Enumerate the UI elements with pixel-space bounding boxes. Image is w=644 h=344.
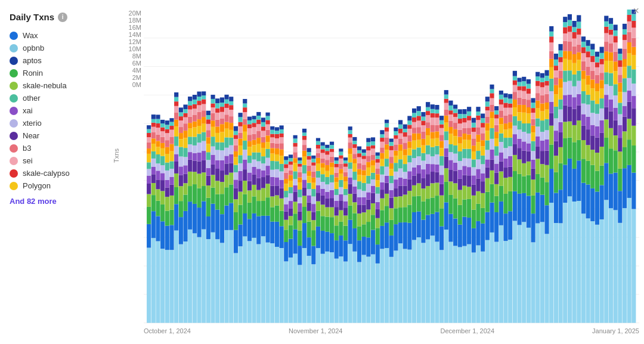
svg-rect-652 — [339, 159, 343, 164]
legend-item[interactable]: aptos — [10, 54, 120, 67]
svg-rect-335 — [243, 125, 247, 132]
svg-rect-196 — [202, 151, 206, 160]
svg-rect-1127 — [485, 150, 490, 159]
svg-rect-116 — [179, 244, 183, 323]
svg-rect-1308 — [540, 120, 544, 132]
svg-rect-715 — [357, 147, 361, 150]
legend-item[interactable]: Wax — [10, 29, 120, 42]
svg-rect-489 — [289, 158, 293, 162]
svg-rect-1017 — [453, 218, 457, 246]
y-axis-label: 2M — [132, 74, 141, 81]
svg-rect-910 — [417, 106, 421, 111]
svg-rect-699 — [352, 141, 357, 144]
svg-rect-723 — [362, 183, 366, 191]
svg-rect-1390 — [563, 17, 567, 22]
svg-rect-1566 — [618, 75, 622, 82]
svg-rect-1041 — [458, 130, 462, 137]
legend-item[interactable]: skale-nebula — [10, 79, 120, 92]
legend-item[interactable]: b3 — [10, 142, 120, 154]
svg-rect-1092 — [476, 221, 480, 246]
svg-rect-1196 — [508, 240, 512, 323]
svg-rect-1086 — [472, 138, 476, 145]
legend-item[interactable]: opbnb — [10, 42, 120, 54]
legend-dot — [10, 82, 18, 90]
svg-rect-1364 — [559, 147, 563, 163]
svg-rect-268 — [224, 187, 228, 205]
legend-label: Wax — [23, 31, 38, 40]
svg-rect-267 — [224, 206, 228, 230]
svg-rect-1255 — [522, 77, 526, 81]
svg-rect-1613 — [631, 21, 636, 28]
svg-rect-1012 — [448, 114, 453, 120]
svg-rect-867 — [407, 223, 411, 250]
legend-item[interactable]: xai — [10, 104, 120, 117]
svg-rect-1414 — [572, 63, 577, 75]
svg-rect-72 — [165, 226, 169, 250]
svg-rect-1094 — [476, 191, 480, 204]
svg-rect-1181 — [503, 241, 507, 323]
legend-item[interactable]: Near — [10, 129, 120, 142]
svg-rect-564 — [311, 159, 315, 162]
svg-rect-474 — [284, 160, 288, 165]
svg-rect-388 — [261, 201, 265, 216]
svg-rect-189 — [197, 97, 201, 101]
svg-rect-472 — [284, 168, 288, 173]
svg-rect-1329 — [545, 76, 549, 81]
svg-rect-703 — [357, 226, 361, 240]
svg-rect-1066 — [467, 167, 471, 175]
svg-rect-1569 — [618, 54, 622, 60]
svg-rect-1471 — [590, 125, 595, 136]
svg-rect-1027 — [453, 117, 457, 123]
svg-rect-1299 — [535, 76, 540, 80]
legend-item[interactable]: xterio — [10, 117, 120, 129]
legend-item[interactable]: skale-calypso — [10, 167, 120, 179]
svg-rect-1506 — [600, 73, 604, 80]
info-icon[interactable]: i — [58, 13, 67, 22]
svg-rect-607 — [325, 155, 329, 160]
svg-rect-445 — [275, 127, 279, 131]
legend-item[interactable]: other — [10, 92, 120, 104]
svg-rect-1298 — [535, 81, 540, 86]
svg-rect-839 — [398, 196, 402, 207]
svg-rect-854 — [403, 195, 407, 207]
svg-rect-269 — [224, 175, 228, 187]
svg-rect-1281 — [531, 119, 535, 126]
svg-rect-281 — [229, 230, 233, 323]
svg-rect-1093 — [476, 204, 480, 221]
svg-rect-348 — [247, 156, 252, 163]
svg-rect-711 — [357, 163, 361, 169]
svg-rect-420 — [270, 186, 274, 197]
legend-item[interactable]: Ronin — [10, 67, 120, 79]
close-button[interactable]: × — [633, 5, 639, 17]
y-axis-label: 0M — [132, 81, 141, 88]
svg-rect-1297 — [535, 86, 540, 93]
svg-rect-1114 — [481, 146, 485, 155]
svg-rect-1505 — [600, 80, 604, 88]
svg-rect-1374 — [559, 51, 563, 57]
svg-rect-1361 — [559, 223, 563, 323]
svg-rect-1241 — [522, 222, 526, 323]
svg-rect-1120 — [481, 114, 485, 119]
svg-rect-729 — [362, 153, 366, 156]
svg-rect-275 — [224, 122, 228, 129]
svg-rect-1312 — [540, 87, 544, 95]
svg-rect-1154 — [494, 184, 499, 196]
svg-rect-405 — [266, 175, 270, 184]
svg-rect-1475 — [590, 79, 595, 88]
svg-rect-517 — [298, 167, 302, 172]
svg-rect-485 — [289, 175, 293, 181]
svg-rect-566 — [316, 248, 320, 323]
svg-rect-1348 — [554, 172, 558, 193]
svg-rect-1443 — [581, 91, 586, 104]
svg-rect-406 — [266, 166, 270, 175]
svg-rect-877 — [407, 129, 411, 135]
svg-rect-470 — [284, 179, 288, 184]
legend-item[interactable]: Polygon — [10, 179, 120, 192]
more-link[interactable]: And 82 more — [10, 197, 120, 206]
svg-rect-1200 — [508, 167, 512, 177]
chart-svg — [144, 10, 639, 326]
svg-rect-1149 — [490, 89, 494, 93]
svg-rect-1344 — [549, 32, 553, 36]
svg-rect-776 — [380, 249, 384, 323]
legend-item[interactable]: sei — [10, 154, 120, 167]
